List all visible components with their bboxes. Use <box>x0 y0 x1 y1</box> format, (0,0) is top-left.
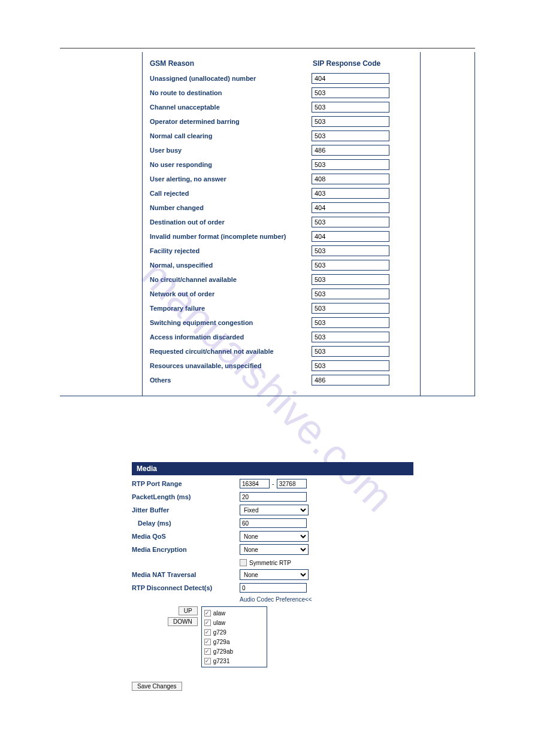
gsm-row: User alerting, no answer <box>150 172 413 186</box>
gsm-row: Access information discarded <box>150 330 413 344</box>
media-nat-label: Media NAT Traversal <box>132 571 240 578</box>
sip-code-input[interactable] <box>312 202 389 213</box>
sip-code-input[interactable] <box>312 174 389 184</box>
gsm-reason-label: Normal call clearing <box>150 132 312 139</box>
media-encryption-label: Media Encryption <box>132 546 240 553</box>
sip-code-input[interactable] <box>312 217 389 227</box>
codec-up-button[interactable]: UP <box>179 606 198 615</box>
rtp-to-input[interactable] <box>277 479 307 488</box>
sip-code-input[interactable] <box>312 245 389 256</box>
gsm-row: Normal call clearing <box>150 129 413 143</box>
gsm-reason-label: Network out of order <box>150 290 312 297</box>
media-qos-label: Media QoS <box>132 533 240 540</box>
gsm-reason-label: Resources unavailable, unspecified <box>150 362 312 369</box>
codec-label: alaw <box>213 610 226 617</box>
gsm-reason-label: Call rejected <box>150 190 312 197</box>
packet-length-row: PacketLength (ms) <box>132 491 413 503</box>
table-header-row: GSM Reason SIP Response Code <box>150 56 413 71</box>
media-qos-select[interactable]: None <box>240 531 309 542</box>
codec-checkbox[interactable]: ✓ <box>204 620 211 626</box>
sip-code-header: SIP Response Code <box>312 59 380 68</box>
gsm-reason-label: No circuit/channel available <box>150 276 312 283</box>
rtp-port-range-row: RTP Port Range - <box>132 478 413 490</box>
sip-code-input[interactable] <box>312 289 389 299</box>
audio-codec-pref-link[interactable]: Audio Codec Preference<< <box>240 596 413 603</box>
media-nat-row: Media NAT Traversal None <box>132 569 413 581</box>
codec-label: g729a <box>213 639 230 645</box>
symmetric-rtp-row: Symmetric RTP <box>240 557 413 569</box>
codec-list: ✓alaw✓ulaw✓g729✓g729a✓g729ab✓g7231 <box>201 606 267 667</box>
sip-code-input[interactable] <box>312 303 389 314</box>
symmetric-rtp-checkbox[interactable] <box>240 559 247 566</box>
gsm-reason-label: Others <box>150 377 312 384</box>
gsm-row: Switching equipment congestion <box>150 315 413 330</box>
codec-down-button[interactable]: DOWN <box>168 617 198 626</box>
media-qos-row: Media QoS None <box>132 530 413 542</box>
codec-label: ulaw <box>213 620 226 626</box>
sip-code-input[interactable] <box>312 102 389 113</box>
rtp-disconnect-input[interactable] <box>240 583 307 593</box>
sip-code-input[interactable] <box>312 360 389 371</box>
gsm-reason-label: Access information discarded <box>150 333 312 341</box>
sip-code-input[interactable] <box>312 188 389 199</box>
table-left-spacer <box>60 52 143 396</box>
gsm-reason-header: GSM Reason <box>150 59 312 68</box>
sip-code-input[interactable] <box>312 130 389 141</box>
codec-checkbox[interactable]: ✓ <box>204 639 211 645</box>
gsm-reason-label: Channel unacceptable <box>150 104 312 111</box>
sip-code-input[interactable] <box>312 346 389 357</box>
gsm-row: Operator determined barring <box>150 114 413 129</box>
codec-item[interactable]: ✓g729ab <box>204 646 264 656</box>
jitter-buffer-select[interactable]: Fixed <box>240 505 309 515</box>
packet-length-input[interactable] <box>240 492 307 502</box>
gsm-reason-label: Operator determined barring <box>150 118 312 125</box>
range-dash: - <box>272 480 274 487</box>
sip-code-input[interactable] <box>312 159 389 170</box>
jitter-buffer-row: Jitter Buffer Fixed <box>132 504 413 516</box>
gsm-row: Requested circuit/channel not available <box>150 344 413 359</box>
sip-code-input[interactable] <box>312 87 389 98</box>
codec-checkbox[interactable]: ✓ <box>204 629 211 636</box>
media-title: Media <box>132 462 413 475</box>
table-main: GSM Reason SIP Response Code Unassigned … <box>143 52 421 396</box>
delay-input[interactable] <box>240 518 307 528</box>
sip-code-input[interactable] <box>312 317 389 328</box>
sip-code-input[interactable] <box>312 116 389 127</box>
gsm-row: Temporary failure <box>150 301 413 315</box>
symmetric-rtp-label: Symmetric RTP <box>249 560 291 566</box>
gsm-reason-label: Normal, unspecified <box>150 262 312 269</box>
gsm-row: Network out of order <box>150 287 413 301</box>
sip-code-input[interactable] <box>312 145 389 156</box>
media-section: Media RTP Port Range - PacketLength (ms)… <box>132 462 413 667</box>
table-right-spacer <box>421 52 474 396</box>
gsm-row: No user responding <box>150 157 413 172</box>
gsm-reason-label: Switching equipment congestion <box>150 319 312 326</box>
codec-checkbox[interactable]: ✓ <box>204 610 211 617</box>
sip-code-input[interactable] <box>312 274 389 285</box>
gsm-reason-label: User busy <box>150 147 312 154</box>
gsm-row: Facility rejected <box>150 244 413 258</box>
codec-item[interactable]: ✓ulaw <box>204 618 264 627</box>
media-encryption-select[interactable]: None <box>240 544 309 555</box>
gsm-reason-label: No user responding <box>150 161 312 168</box>
codec-checkbox[interactable]: ✓ <box>204 658 211 664</box>
sip-code-input[interactable] <box>312 231 389 242</box>
media-nat-select[interactable]: None <box>240 569 309 580</box>
sip-code-input[interactable] <box>312 260 389 271</box>
gsm-row: Destination out of order <box>150 215 413 229</box>
codec-area: UP DOWN ✓alaw✓ulaw✓g729✓g729a✓g729ab✓g72… <box>168 606 413 667</box>
gsm-reason-label: Number changed <box>150 204 312 211</box>
codec-label: g729ab <box>213 648 233 655</box>
sip-code-input[interactable] <box>312 73 389 84</box>
codec-checkbox[interactable]: ✓ <box>204 648 211 655</box>
codec-item[interactable]: ✓g7231 <box>204 656 264 666</box>
sip-code-input[interactable] <box>312 332 389 342</box>
codec-item[interactable]: ✓g729a <box>204 637 264 646</box>
codec-item[interactable]: ✓alaw <box>204 608 264 618</box>
sip-code-input[interactable] <box>312 375 389 385</box>
codec-item[interactable]: ✓g729 <box>204 627 264 637</box>
rtp-port-range-label: RTP Port Range <box>132 480 240 487</box>
rtp-from-input[interactable] <box>240 479 270 488</box>
save-changes-button[interactable]: Save Changes <box>132 682 182 691</box>
gsm-row: Call rejected <box>150 186 413 201</box>
